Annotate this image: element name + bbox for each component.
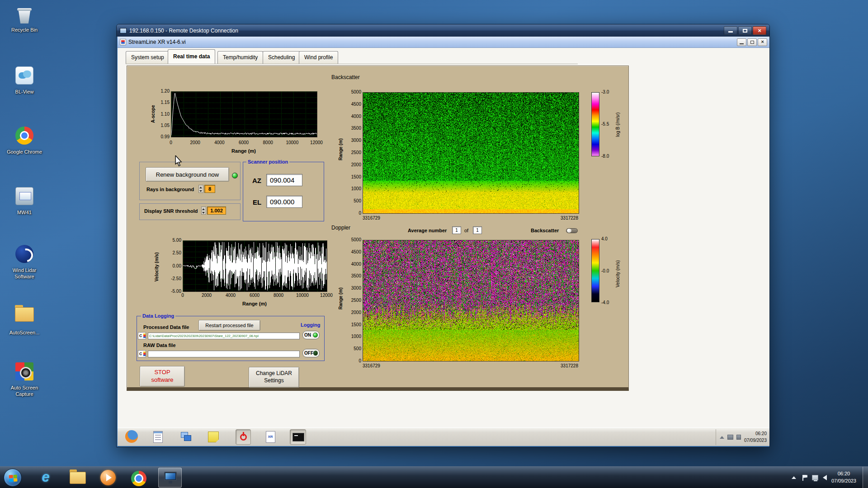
tick-label: 1500 [351,322,361,327]
tab-strip: System setup Real time data Temp/humidit… [126,48,578,64]
tab-wind-profile[interactable]: Wind profile [299,51,338,64]
change-lidar-settings-button[interactable]: Change LiDARSettings [249,367,299,388]
renew-background-button[interactable]: Renew background now [146,167,229,182]
remote-sticky-notes-icon[interactable] [207,430,220,444]
tab-scheduling[interactable]: Scheduling [263,51,300,64]
action-center-flag-icon[interactable] [802,475,807,481]
processed-drive-selector[interactable]: C [138,332,146,339]
restart-processed-file-button[interactable]: Restart processed file [198,320,260,331]
snr-threshold-field[interactable]: 1.002 [207,206,226,215]
rdc-minimize-button[interactable] [724,26,737,35]
tick-label: 4.0 [601,236,608,241]
desktop-icon-mw41[interactable]: MW41 [4,186,45,216]
chrome-icon [14,127,35,147]
bl-view-icon [14,66,35,87]
stop-software-button[interactable]: STOPsoftware [140,366,185,387]
remote-shutdown-icon[interactable] [236,429,251,445]
raw-data-file-label: RAW Data file [143,343,176,348]
desktop-icon-bl-view[interactable]: BL-View [4,66,45,95]
rdc-close-button[interactable]: × [753,26,766,35]
taskbar-clock[interactable]: 06:20 07/09/2023 [831,470,856,485]
tick-label: 12000 [310,140,323,145]
app-close-button[interactable]: × [758,38,767,46]
el-field[interactable]: 090.000 [266,196,302,208]
rdc-titlebar[interactable]: 192.168.0.150 - Remote Desktop Connectio… [117,24,769,37]
rdc-maximize-button[interactable] [738,26,752,35]
desktop-icon-label: Auto Screen Capture [4,385,45,398]
tick-label: -3.0 [601,89,609,94]
chrome-taskbar-icon[interactable] [131,470,146,485]
tick-label: 0.99 [161,134,170,139]
tick-label: 0 [359,358,361,363]
desktop-icon-label: Wind Lidar Software [4,267,45,280]
remote-taskbar-clock[interactable]: 06:20 07/09/2023 [744,431,767,444]
rdc-title: 192.168.0.150 - Remote Desktop Connectio… [129,28,238,34]
explorer-taskbar-icon[interactable] [70,470,85,485]
remote-volume-tray-icon[interactable] [736,435,741,440]
rays-increment-decrement[interactable] [198,185,203,193]
start-orb[interactable] [4,469,22,487]
desktop-icon-autoscreen[interactable]: AutoScreen... [4,304,45,336]
remote-taskbar: XR 06:20 07/09/2023 [118,427,769,446]
remote-console-icon[interactable] [290,429,306,445]
tab-real-time-data[interactable]: Real time data [168,49,215,64]
rays-in-background-field[interactable]: 8 [204,185,215,193]
tab-system-setup[interactable]: System setup [126,51,170,64]
raw-logging-toggle[interactable]: OFF [302,349,320,357]
processed-logging-toggle[interactable]: ON [302,331,320,339]
show-hidden-icons-arrow[interactable] [792,476,796,479]
desktop-icon-google-chrome[interactable]: Google Chrome [4,126,45,155]
logging-label: Logging [299,322,321,328]
remote-xr-document-icon[interactable]: XR [264,430,277,444]
labview-front-panel: A-scope 1.201.151.101.050.99 02000400060… [127,66,629,391]
mouse-cursor [175,155,183,167]
desktop-icon-label: AutoScreen... [4,330,45,336]
tick-label: 6000 [250,293,259,298]
tick-label: 4000 [214,140,224,145]
backscatter-title: Backscatter [331,74,360,80]
az-field[interactable]: 090.004 [266,174,302,186]
tick-label: 1.05 [161,123,170,128]
tick-label: 2000 [202,293,212,298]
tick-label: 4500 [351,102,361,107]
volume-tray-icon[interactable] [823,475,827,480]
backscatter-toggle[interactable] [566,228,578,233]
desktop-icon-auto-screen-capture[interactable]: Auto Screen Capture [4,361,45,398]
app-titlebar[interactable]: StreamLine XR v14-6.vi × [118,37,769,48]
doppler-xlabels: 33167293317228 [363,363,578,368]
on-label: ON [304,333,311,338]
remote-notepad-icon[interactable] [151,430,165,444]
tick-label: 5000 [351,89,361,94]
remote-display-tray-icon[interactable] [727,435,733,440]
desktop-icon-recycle-bin[interactable]: Recycle Bin [4,5,45,33]
show-desktop-button[interactable] [863,467,868,488]
wmp-taskbar-icon[interactable] [100,470,116,485]
el-label: EL [253,198,261,206]
network-tray-icon[interactable] [812,475,818,480]
tab-temp-humidity[interactable]: Temp/humidity [217,51,263,64]
desktop-icon-label: Recycle Bin [4,27,45,33]
app-minimize-button[interactable] [737,38,746,46]
rdp-taskbar-button-active[interactable] [158,468,182,488]
desktop-icon-wind-lidar[interactable]: Wind Lidar Software [4,244,45,280]
desktop: Recycle Bin BL-View Google Chrome MW41 W… [0,0,868,488]
remote-browser-icon[interactable] [125,430,139,444]
raw-drive-selector[interactable]: C [138,350,146,357]
snr-increment-decrement[interactable] [201,206,206,215]
desktop-icon-label: BL-View [4,89,45,95]
desktop-icon-label: MW41 [4,210,45,216]
tick-label: 3500 [351,273,361,278]
average-total-field[interactable]: 1 [473,226,482,234]
velocity-xlabel: Range (m) [183,301,326,306]
app-restore-button[interactable] [747,38,757,46]
tick-label: 1.20 [161,89,170,94]
processed-path-field[interactable]: C:\Lidar\Data\Proc\2023\202309\20230907\… [148,333,300,339]
backscatter-xlabels: 33167293317228 [363,216,578,221]
remote-network-icon[interactable] [179,430,193,444]
ie-taskbar-icon[interactable]: e [38,470,53,485]
mw41-icon [14,187,35,208]
doppler-colorbar-label: Velocity (m/s) [615,242,622,305]
remote-hidden-icons-arrow[interactable] [720,436,724,439]
average-number-field[interactable]: 1 [452,226,461,234]
raw-path-field[interactable] [148,351,300,357]
